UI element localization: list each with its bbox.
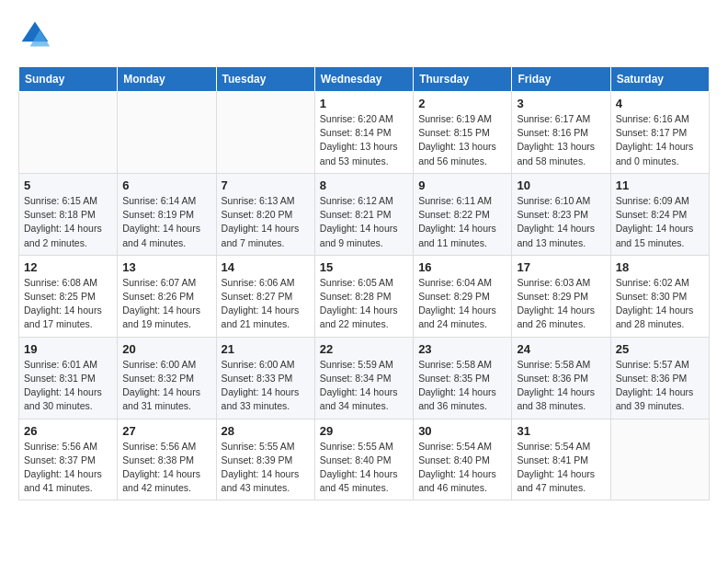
day-cell: 14Sunrise: 6:06 AM Sunset: 8:27 PM Dayli…: [216, 255, 314, 337]
day-cell: 19Sunrise: 6:01 AM Sunset: 8:31 PM Dayli…: [19, 337, 118, 419]
day-number: 13: [122, 260, 210, 274]
day-cell: 23Sunrise: 5:58 AM Sunset: 8:35 PM Dayli…: [414, 337, 512, 419]
day-cell: 27Sunrise: 5:56 AM Sunset: 8:38 PM Dayli…: [118, 419, 216, 500]
day-info: Sunrise: 6:17 AM Sunset: 8:16 PM Dayligh…: [517, 112, 605, 168]
week-row-1: 1Sunrise: 6:20 AM Sunset: 8:14 PM Daylig…: [19, 92, 710, 174]
day-info: Sunrise: 5:58 AM Sunset: 8:36 PM Dayligh…: [517, 358, 605, 414]
day-number: 25: [616, 342, 704, 356]
header-cell-sunday: Sunday: [19, 67, 118, 92]
header-cell-monday: Monday: [118, 67, 216, 92]
calendar-table: SundayMondayTuesdayWednesdayThursdayFrid…: [18, 66, 710, 500]
day-cell: 6Sunrise: 6:14 AM Sunset: 8:19 PM Daylig…: [118, 173, 216, 255]
day-cell: 26Sunrise: 5:56 AM Sunset: 8:37 PM Dayli…: [19, 419, 118, 500]
day-info: Sunrise: 6:16 AM Sunset: 8:17 PM Dayligh…: [616, 112, 704, 168]
day-cell: 13Sunrise: 6:07 AM Sunset: 8:26 PM Dayli…: [118, 255, 216, 337]
day-number: 1: [320, 97, 408, 110]
page-header: [18, 18, 710, 52]
day-number: 9: [418, 178, 506, 192]
day-info: Sunrise: 5:58 AM Sunset: 8:35 PM Dayligh…: [418, 358, 506, 414]
calendar-header: SundayMondayTuesdayWednesdayThursdayFrid…: [19, 67, 710, 92]
day-info: Sunrise: 6:07 AM Sunset: 8:26 PM Dayligh…: [122, 276, 210, 332]
day-info: Sunrise: 6:03 AM Sunset: 8:29 PM Dayligh…: [517, 276, 605, 332]
day-info: Sunrise: 6:04 AM Sunset: 8:29 PM Dayligh…: [418, 276, 506, 332]
day-cell: 20Sunrise: 6:00 AM Sunset: 8:32 PM Dayli…: [118, 337, 216, 419]
calendar-body: 1Sunrise: 6:20 AM Sunset: 8:14 PM Daylig…: [19, 92, 710, 500]
day-cell: 31Sunrise: 5:54 AM Sunset: 8:41 PM Dayli…: [512, 419, 610, 500]
day-number: 30: [418, 424, 506, 438]
day-cell: 10Sunrise: 6:10 AM Sunset: 8:23 PM Dayli…: [512, 173, 610, 255]
day-number: 27: [122, 424, 210, 438]
day-number: 23: [418, 342, 506, 356]
header-row: SundayMondayTuesdayWednesdayThursdayFrid…: [19, 67, 710, 92]
day-info: Sunrise: 6:14 AM Sunset: 8:19 PM Dayligh…: [122, 194, 210, 250]
day-number: 18: [616, 260, 704, 274]
day-number: 21: [222, 342, 310, 356]
day-number: 19: [24, 342, 112, 356]
header-cell-saturday: Saturday: [610, 67, 709, 92]
week-row-4: 19Sunrise: 6:01 AM Sunset: 8:31 PM Dayli…: [19, 337, 710, 419]
day-cell: [216, 92, 314, 174]
day-number: 17: [517, 260, 605, 274]
day-cell: 16Sunrise: 6:04 AM Sunset: 8:29 PM Dayli…: [414, 255, 512, 337]
day-number: 6: [122, 178, 210, 192]
day-info: Sunrise: 6:20 AM Sunset: 8:14 PM Dayligh…: [320, 112, 408, 168]
day-info: Sunrise: 5:56 AM Sunset: 8:37 PM Dayligh…: [24, 440, 112, 496]
day-number: 26: [24, 424, 112, 438]
day-number: 12: [24, 260, 112, 274]
logo: [18, 18, 55, 52]
day-cell: 21Sunrise: 6:00 AM Sunset: 8:33 PM Dayli…: [216, 337, 314, 419]
week-row-2: 5Sunrise: 6:15 AM Sunset: 8:18 PM Daylig…: [19, 173, 710, 255]
day-info: Sunrise: 6:13 AM Sunset: 8:20 PM Dayligh…: [222, 194, 310, 250]
day-info: Sunrise: 5:54 AM Sunset: 8:40 PM Dayligh…: [418, 440, 506, 496]
day-cell: [118, 92, 216, 174]
week-row-5: 26Sunrise: 5:56 AM Sunset: 8:37 PM Dayli…: [19, 419, 710, 500]
day-cell: 30Sunrise: 5:54 AM Sunset: 8:40 PM Dayli…: [414, 419, 512, 500]
day-number: 14: [222, 260, 310, 274]
day-number: 29: [320, 424, 408, 438]
day-number: 11: [616, 178, 704, 192]
day-info: Sunrise: 5:55 AM Sunset: 8:40 PM Dayligh…: [320, 440, 408, 496]
day-cell: 5Sunrise: 6:15 AM Sunset: 8:18 PM Daylig…: [19, 173, 118, 255]
day-number: 8: [320, 178, 408, 192]
day-info: Sunrise: 6:19 AM Sunset: 8:15 PM Dayligh…: [418, 112, 506, 168]
day-number: 10: [517, 178, 605, 192]
header-cell-wednesday: Wednesday: [314, 67, 413, 92]
day-cell: 11Sunrise: 6:09 AM Sunset: 8:24 PM Dayli…: [610, 173, 709, 255]
day-number: 7: [222, 178, 310, 192]
week-row-3: 12Sunrise: 6:08 AM Sunset: 8:25 PM Dayli…: [19, 255, 710, 337]
day-info: Sunrise: 5:55 AM Sunset: 8:39 PM Dayligh…: [222, 440, 310, 496]
day-cell: [610, 419, 709, 500]
day-cell: 1Sunrise: 6:20 AM Sunset: 8:14 PM Daylig…: [314, 92, 413, 174]
day-cell: 15Sunrise: 6:05 AM Sunset: 8:28 PM Dayli…: [314, 255, 413, 337]
day-info: Sunrise: 6:05 AM Sunset: 8:28 PM Dayligh…: [320, 276, 408, 332]
header-cell-friday: Friday: [512, 67, 610, 92]
header-cell-tuesday: Tuesday: [216, 67, 314, 92]
day-cell: 3Sunrise: 6:17 AM Sunset: 8:16 PM Daylig…: [512, 92, 610, 174]
day-cell: [19, 92, 118, 174]
day-info: Sunrise: 6:11 AM Sunset: 8:22 PM Dayligh…: [418, 194, 506, 250]
day-info: Sunrise: 6:00 AM Sunset: 8:32 PM Dayligh…: [122, 358, 210, 414]
header-cell-thursday: Thursday: [414, 67, 512, 92]
day-info: Sunrise: 6:09 AM Sunset: 8:24 PM Dayligh…: [616, 194, 704, 250]
day-info: Sunrise: 6:02 AM Sunset: 8:30 PM Dayligh…: [616, 276, 704, 332]
day-info: Sunrise: 6:10 AM Sunset: 8:23 PM Dayligh…: [517, 194, 605, 250]
day-number: 24: [517, 342, 605, 356]
day-number: 3: [517, 97, 605, 110]
day-number: 4: [616, 97, 704, 110]
day-cell: 24Sunrise: 5:58 AM Sunset: 8:36 PM Dayli…: [512, 337, 610, 419]
day-number: 20: [122, 342, 210, 356]
day-cell: 29Sunrise: 5:55 AM Sunset: 8:40 PM Dayli…: [314, 419, 413, 500]
day-cell: 12Sunrise: 6:08 AM Sunset: 8:25 PM Dayli…: [19, 255, 118, 337]
day-cell: 18Sunrise: 6:02 AM Sunset: 8:30 PM Dayli…: [610, 255, 709, 337]
day-number: 22: [320, 342, 408, 356]
day-info: Sunrise: 6:06 AM Sunset: 8:27 PM Dayligh…: [222, 276, 310, 332]
day-number: 15: [320, 260, 408, 274]
day-cell: 8Sunrise: 6:12 AM Sunset: 8:21 PM Daylig…: [314, 173, 413, 255]
day-number: 31: [517, 424, 605, 438]
day-cell: 4Sunrise: 6:16 AM Sunset: 8:17 PM Daylig…: [610, 92, 709, 174]
day-info: Sunrise: 6:01 AM Sunset: 8:31 PM Dayligh…: [24, 358, 112, 414]
day-number: 16: [418, 260, 506, 274]
day-cell: 28Sunrise: 5:55 AM Sunset: 8:39 PM Dayli…: [216, 419, 314, 500]
day-number: 5: [24, 178, 112, 192]
day-cell: 7Sunrise: 6:13 AM Sunset: 8:20 PM Daylig…: [216, 173, 314, 255]
